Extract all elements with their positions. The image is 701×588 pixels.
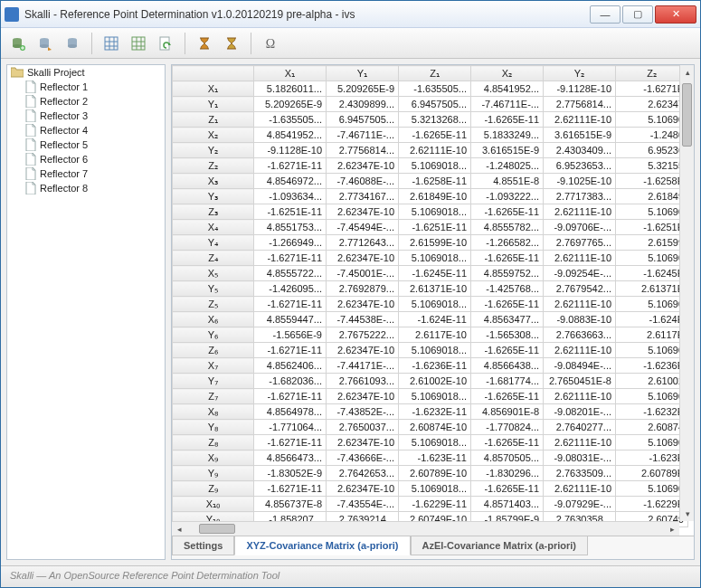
matrix-cell[interactable]: 5.1833249...	[471, 128, 544, 143]
matrix-cell[interactable]: -9.08031E-...	[544, 450, 616, 466]
vertical-scroll-thumb[interactable]	[682, 83, 692, 147]
matrix-cell[interactable]: 3.616515E-9	[471, 143, 544, 158]
matrix-cell[interactable]: -7.43852E-...	[327, 404, 399, 420]
matrix-row-header[interactable]: Y₅	[173, 281, 254, 297]
matrix-col-header[interactable]: Z₂	[616, 66, 688, 81]
matrix-cell[interactable]: -1.2480	[616, 128, 688, 143]
matrix-row-header[interactable]: Z₈	[173, 435, 254, 450]
matrix-cell[interactable]: 2.61849E-10	[399, 189, 471, 204]
matrix-row-header[interactable]: Z₁	[173, 112, 254, 128]
matrix-cell[interactable]: -7.44171E-...	[327, 358, 399, 374]
matrix-cell[interactable]: 2.4309899...	[327, 97, 399, 112]
matrix-cell[interactable]: 5.1826011...	[254, 81, 327, 97]
matrix-row-header[interactable]: X₂	[173, 128, 254, 143]
matrix-cell[interactable]: 2.61371E	[616, 281, 688, 297]
matrix-cell[interactable]: -1.565308...	[471, 327, 544, 343]
matrix-cell[interactable]: 2.7640277...	[544, 420, 616, 435]
matrix-cell[interactable]: -1.6229E-11	[399, 497, 471, 512]
matrix-cell[interactable]: -1.6229E	[616, 497, 688, 512]
matrix-cell[interactable]: -9.07929E-...	[544, 497, 616, 512]
matrix-row-header[interactable]: X₄	[173, 220, 254, 235]
matrix-cell[interactable]: 2.61599E-10	[399, 235, 471, 251]
matrix-row-header[interactable]: Y₃	[173, 189, 254, 204]
matrix-cell[interactable]: -1.6232E-11	[399, 404, 471, 420]
matrix-cell[interactable]: 2.7663663...	[544, 327, 616, 343]
matrix-cell[interactable]: -1.6245E	[616, 266, 688, 281]
matrix-cell[interactable]: 2.62347E-10	[327, 389, 399, 404]
matrix-row-header[interactable]: X₆	[173, 312, 254, 327]
matrix-cell[interactable]: -1.6236E	[616, 358, 688, 374]
toolbar-hourglass2-button[interactable]	[220, 32, 243, 55]
matrix-row-header[interactable]: Y₉	[173, 466, 254, 481]
matrix-cell[interactable]: -9.1128E-10	[254, 143, 327, 158]
matrix-cell[interactable]: 2.62347E-10	[327, 158, 399, 174]
scroll-left-arrow[interactable]: ◂	[172, 522, 186, 536]
matrix-cell[interactable]: 2.7650037...	[327, 420, 399, 435]
matrix-cell[interactable]: -1.6258E-11	[399, 174, 471, 189]
matrix-cell[interactable]: 2.62347E-10	[327, 481, 399, 497]
matrix-cell[interactable]: 5.1069018...	[399, 204, 471, 220]
matrix-cell[interactable]: 2.7642653...	[327, 466, 399, 481]
matrix-cell[interactable]: -1.6271E-11	[254, 389, 327, 404]
matrix-cell[interactable]: 2.62111E-10	[544, 343, 616, 358]
matrix-cell[interactable]: -9.08201E-...	[544, 404, 616, 420]
matrix-cell[interactable]: -1.83052E-9	[254, 466, 327, 481]
maximize-button[interactable]: ▢	[622, 5, 653, 24]
matrix-row-header[interactable]: Y₈	[173, 420, 254, 435]
matrix-cell[interactable]: 5.10690	[616, 389, 688, 404]
matrix-cell[interactable]: 2.62347E-10	[327, 251, 399, 266]
matrix-cell[interactable]: 2.7712643...	[327, 235, 399, 251]
matrix-cell[interactable]: -1.266949...	[254, 235, 327, 251]
matrix-cell[interactable]: -1.266582...	[471, 235, 544, 251]
matrix-cell[interactable]: -7.43666E-...	[327, 450, 399, 466]
matrix-cell[interactable]: -1.623E	[616, 450, 688, 466]
tree-root[interactable]: Skalli Project	[7, 65, 165, 80]
matrix-cell[interactable]: -1.6265E-11	[471, 389, 544, 404]
matrix-cell[interactable]: 4.8551E-8	[471, 174, 544, 189]
matrix-cell[interactable]: -1.6271E-11	[254, 343, 327, 358]
matrix-cell[interactable]: 2.7661093...	[327, 374, 399, 389]
matrix-row-header[interactable]: Z₂	[173, 158, 254, 174]
matrix-cell[interactable]: 2.7756814...	[327, 143, 399, 158]
matrix-cell[interactable]: -1.425768...	[471, 281, 544, 297]
matrix-cell[interactable]: 2.7692879...	[327, 281, 399, 297]
matrix-cell[interactable]: 2.62347E-10	[327, 343, 399, 358]
scroll-right-arrow[interactable]: ▸	[665, 522, 679, 536]
matrix-cell[interactable]: 2.62347E-10	[327, 297, 399, 312]
close-button[interactable]: ✕	[655, 5, 696, 24]
toolbar-doc-button[interactable]	[154, 32, 177, 55]
matrix-row-header[interactable]: X₅	[173, 266, 254, 281]
matrix-cell[interactable]: 5.10690	[616, 435, 688, 450]
matrix-cell[interactable]: 5.10690	[616, 481, 688, 497]
toolbar-omega-button[interactable]: Ω	[259, 32, 282, 55]
matrix-cell[interactable]: 4.8541952...	[254, 128, 327, 143]
matrix-cell[interactable]: -1.093222...	[471, 189, 544, 204]
tab-settings[interactable]: Settings	[172, 536, 234, 555]
matrix-cell[interactable]: -1.6271E-11	[254, 435, 327, 450]
matrix-cell[interactable]: -1.6265E-11	[471, 297, 544, 312]
matrix-cell[interactable]: 2.62111E-10	[544, 112, 616, 128]
matrix-row-header[interactable]: X₉	[173, 450, 254, 466]
matrix-cell[interactable]: 2.62111E-10	[544, 389, 616, 404]
matrix-cell[interactable]: 2.60874	[616, 420, 688, 435]
matrix-col-header[interactable]: Z₁	[399, 66, 471, 81]
matrix-cell[interactable]: 5.10690	[616, 251, 688, 266]
matrix-cell[interactable]: 2.61371E-10	[399, 281, 471, 297]
matrix-cell[interactable]: 2.61599	[616, 235, 688, 251]
matrix-cell[interactable]: 2.7650451E-8	[544, 374, 616, 389]
scroll-down-arrow[interactable]: ▾	[680, 507, 694, 521]
matrix-row-header[interactable]: Z₇	[173, 389, 254, 404]
matrix-cell[interactable]: -1.093634...	[254, 189, 327, 204]
matrix-cell[interactable]: -1.6265E-11	[471, 481, 544, 497]
matrix-cell[interactable]: -1.6271E-11	[254, 297, 327, 312]
matrix-cell[interactable]: -9.09254E-...	[544, 266, 616, 281]
matrix-cell[interactable]: -1.6265E-11	[471, 343, 544, 358]
matrix-cell[interactable]: 5.1069018...	[399, 158, 471, 174]
matrix-row-header[interactable]: Y₄	[173, 235, 254, 251]
matrix-cell[interactable]: 2.62347	[616, 97, 688, 112]
tree-item-reflector[interactable]: Reflector 4	[7, 123, 165, 138]
horizontal-scroll-thumb[interactable]	[199, 524, 235, 534]
matrix-cell[interactable]: 4.8541952...	[471, 81, 544, 97]
matrix-col-header[interactable]: X₁	[254, 66, 327, 81]
matrix-cell[interactable]: 2.6117E-10	[399, 327, 471, 343]
